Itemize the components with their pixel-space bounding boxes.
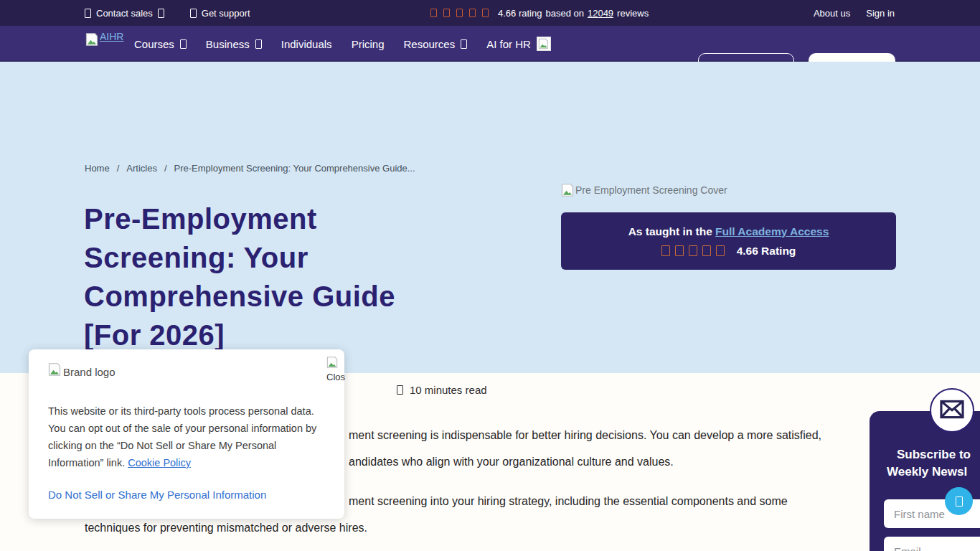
nav-item-label: Resources (403, 38, 455, 50)
breadcrumb-separator: / (164, 163, 167, 174)
cover-alt-text: Pre Employment Screening Cover (575, 184, 727, 196)
about-us-link[interactable]: About us (814, 8, 850, 19)
breadcrumb-current: Pre-Employment Screening: Your Comprehen… (174, 163, 415, 174)
rating-summary: 4.66 rating based on 12049 reviews (430, 0, 649, 26)
newsletter-title-line1: Subscribe to (897, 448, 971, 462)
breadcrumb-articles-link[interactable]: Articles (126, 163, 157, 174)
reviews-count-link[interactable]: 12049 (588, 8, 613, 19)
cookie-policy-link[interactable]: Cookie Policy (128, 457, 191, 468)
nav-item-label: Pricing (352, 38, 385, 50)
star-icon (482, 9, 489, 17)
article-paragraph-line: ment screening into your hiring strategy… (349, 495, 788, 508)
star-icon (430, 9, 437, 17)
star-icon (469, 9, 476, 17)
cookie-consent-popup: Brand logo Close This website or its thi… (29, 349, 344, 519)
star-icon (702, 245, 711, 256)
newsletter-title-line2: Weekly Newsl (887, 465, 967, 479)
email-input[interactable] (884, 537, 980, 551)
cookie-body-text: This website or its third-party tools pr… (48, 402, 331, 471)
article-paragraph-line: techniques for preventing mismatched or … (85, 522, 367, 534)
envelope-icon (940, 400, 964, 422)
chevron-down-icon (180, 39, 187, 49)
hero-section: Home / Articles / Pre-Employment Screeni… (0, 62, 980, 373)
nav-item-label: Courses (134, 38, 174, 50)
star-icon (689, 245, 697, 256)
get-support-button[interactable]: Get support (190, 8, 250, 19)
title-line: Screening: Your (84, 238, 486, 277)
cookie-close-button[interactable]: Close (326, 356, 345, 380)
academy-access-card: As taught in the Full Academy Access 4.6… (561, 212, 896, 270)
nav-item-business[interactable]: Business (206, 38, 262, 50)
top-utility-bar: Contact sales Get support 4.66 rating ba… (0, 0, 980, 26)
clock-icon (397, 385, 403, 395)
phone-icon (85, 9, 91, 18)
nav-item-label: AI for HR (486, 38, 531, 50)
nav-item-pricing[interactable]: Pricing (352, 38, 385, 50)
full-academy-access-link[interactable]: Full Academy Access (715, 225, 829, 237)
read-time: 10 minutes read (397, 384, 487, 396)
page: Contact sales Get support 4.66 rating ba… (0, 0, 980, 551)
broken-image-icon (85, 32, 98, 47)
broken-image-icon (326, 356, 338, 369)
reviews-label: reviews (617, 8, 649, 19)
star-icon (443, 9, 450, 17)
nav-item-label: Individuals (281, 38, 332, 50)
rating-based-on: based on (545, 8, 584, 19)
newsletter-signup-card (870, 411, 980, 551)
close-alt-text: Close (326, 372, 345, 380)
star-icon (661, 245, 670, 256)
read-time-label: 10 minutes read (410, 384, 487, 396)
chevron-down-icon (158, 9, 164, 18)
get-support-label: Get support (202, 8, 250, 19)
newsletter-envelope-badge (930, 388, 974, 433)
star-icon (456, 9, 463, 17)
broken-image-icon (48, 362, 61, 377)
academy-prefix: As taught in the (628, 225, 712, 237)
do-not-sell-link[interactable]: Do Not Sell or Share My Personal Informa… (48, 489, 266, 501)
star-icon (716, 245, 725, 256)
cover-image-broken: Pre Employment Screening Cover (561, 183, 727, 200)
nav-item-courses[interactable]: Courses (134, 38, 187, 50)
article-paragraph-line: ment screening is indispensable for bett… (349, 429, 821, 442)
title-line: Pre-Employment (84, 199, 486, 238)
cookie-brand-logo-broken: Brand logo (48, 362, 116, 378)
breadcrumb: Home / Articles / Pre-Employment Screeni… (85, 163, 415, 174)
title-line: [For 2026] (84, 316, 486, 354)
chevron-down-icon (255, 39, 262, 49)
contact-sales-label: Contact sales (96, 8, 153, 19)
nav-item-label: Business (206, 38, 250, 50)
title-line: Comprehensive Guide (84, 277, 486, 316)
broken-image-icon (537, 37, 551, 51)
academy-rating: 4.66 Rating (737, 245, 796, 258)
logo-alt-text: AIHR (100, 31, 123, 42)
chat-widget-button[interactable] (945, 487, 973, 515)
article-paragraph-line: andidates who align with your organizati… (349, 456, 674, 468)
sign-in-link[interactable]: Sign in (866, 8, 895, 19)
chevron-down-icon (461, 39, 467, 49)
nav-item-ai-for-hr[interactable]: AI for HR (486, 37, 551, 51)
star-icon (675, 245, 684, 256)
breadcrumb-home-link[interactable]: Home (85, 163, 110, 174)
brand-logo-alt-text: Brand logo (63, 366, 116, 378)
page-title: Pre-Employment Screening: Your Comprehen… (84, 199, 486, 354)
support-icon (190, 9, 197, 18)
breadcrumb-separator: / (117, 163, 120, 174)
nav-item-individuals[interactable]: Individuals (281, 38, 332, 50)
nav-item-resources[interactable]: Resources (403, 38, 467, 50)
rating-value: 4.66 rating (498, 8, 542, 19)
contact-sales-button[interactable]: Contact sales (85, 8, 164, 19)
chat-icon (956, 496, 963, 507)
main-navigation: AIHR Courses Business Individuals Pricin… (0, 26, 980, 62)
broken-image-icon (561, 183, 574, 197)
aihr-logo-link[interactable]: AIHR (85, 32, 123, 47)
